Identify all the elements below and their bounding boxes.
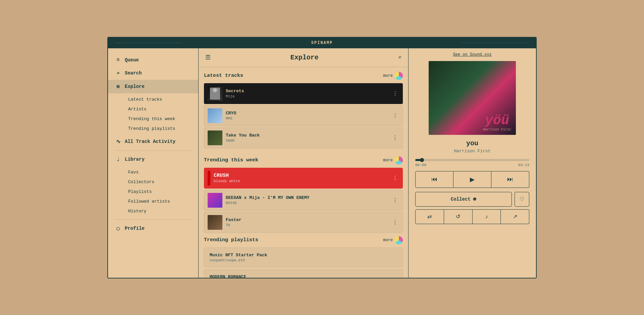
track-artist-crush: bloody white	[214, 179, 388, 183]
right-panel: See on Sound.xyz yöü Harrison First you …	[409, 48, 536, 278]
track-title-secrets: Secrets	[226, 89, 388, 94]
playlist-item-modern-romance[interactable]: MODERN ROMANCE bloodywhite.eth	[204, 269, 403, 278]
playlist-add-button[interactable]: ♪	[473, 209, 501, 224]
track-info-cryo: CRYO RMS	[226, 111, 388, 120]
progress-current: 00:00	[415, 163, 426, 167]
sidebar-item-library[interactable]: ♩ Library	[108, 153, 198, 166]
progress-handle[interactable]	[420, 158, 424, 162]
sidebar-item-activity[interactable]: ∿ All Track Activity	[108, 135, 198, 148]
repeat-icon: ↺	[456, 213, 460, 220]
track-item-secrets[interactable]: Secrets Mija ⋮	[204, 83, 403, 104]
share-button[interactable]: ↗	[501, 209, 529, 224]
sidebar-subitem-trending-week[interactable]: Trending this week	[125, 114, 198, 124]
queue-icon: ≡	[115, 57, 121, 63]
rewind-button[interactable]: ⏮	[415, 171, 453, 188]
share-icon: ↗	[513, 213, 517, 220]
sidebar-subitem-followed-artists[interactable]: Followed artists	[125, 197, 198, 206]
track-artist-takeyouback: X&ND	[226, 139, 388, 143]
sidebar-explore-label: Explore	[125, 84, 145, 89]
sidebar-subitem-trending-playlists[interactable]: Trending playlists	[125, 124, 198, 134]
trending-week-header: Trending this week more	[204, 156, 403, 164]
sidebar-queue-label: Queue	[125, 57, 139, 63]
track-menu-takeyouback[interactable]: ⋮	[391, 133, 399, 143]
trending-playlists-more-btn[interactable]: more	[383, 236, 403, 244]
trending-week-more-btn[interactable]: more	[383, 156, 403, 164]
sidebar-item-search[interactable]: ⌕ Search	[108, 66, 198, 80]
library-icon: ♩	[115, 156, 121, 163]
latest-tracks-header: Latest tracks more	[204, 72, 403, 80]
track-thumb-cryo	[208, 108, 222, 123]
now-playing-title: you	[409, 140, 536, 147]
trending-week-more-label: more	[383, 158, 393, 163]
sidebar-subitem-playlists[interactable]: Playlists	[125, 187, 198, 197]
album-art-text: yöü	[485, 113, 509, 128]
sidebar-subitem-collectors[interactable]: Collectors	[125, 177, 198, 187]
shuffle-button[interactable]: ⇄	[415, 209, 444, 224]
play-icon: ▶	[470, 176, 475, 183]
track-item-cryo[interactable]: CRYO RMS ⋮	[204, 105, 403, 126]
track-info-secrets: Secrets Mija	[226, 89, 388, 98]
playlist-title-starter-pack: Music NFT Starter Pack	[210, 253, 397, 258]
forward-icon: ⏭	[507, 176, 513, 183]
playlist-owner-starter-pack: coopahtroopa.eth	[210, 258, 397, 262]
track-info-crush: CRUSH bloody white	[214, 173, 388, 183]
track-thumb-faster	[208, 215, 222, 230]
track-thumb-takeyouback	[208, 130, 222, 145]
sidebar-activity-label: All Track Activity	[125, 139, 175, 144]
sidebar-subitem-artists[interactable]: Artists	[125, 104, 198, 114]
header-search-icon[interactable]: ⌕	[398, 54, 401, 61]
track-title-takeyouback: Take You Back	[226, 133, 388, 138]
track-item-crush[interactable]: CRUSH bloody white ⋮	[204, 168, 403, 189]
search-icon: ⌕	[115, 70, 121, 76]
latest-tracks-title: Latest tracks	[204, 73, 243, 78]
track-item-takeyouback[interactable]: Take You Back X&ND ⋮	[204, 127, 403, 148]
explore-submenu: Latest tracks Artists Trending this week…	[108, 93, 198, 135]
track-menu-crush[interactable]: ⋮	[391, 173, 399, 183]
repeat-button[interactable]: ↺	[444, 209, 473, 224]
trending-week-section: Trending this week more CRUSH bloody whi…	[199, 152, 408, 236]
now-playing-artist: Harrison First	[409, 149, 536, 154]
collect-label: Collect	[451, 197, 471, 202]
sidebar-item-profile[interactable]: ◯ Profile	[108, 222, 198, 235]
trending-playlists-header: Trending playlists more	[204, 236, 403, 244]
player-controls: ⏮ ▶ ⏭	[409, 171, 536, 188]
rewind-icon: ⏮	[431, 176, 437, 183]
progress-bar[interactable]	[415, 159, 529, 161]
sidebar-subitem-latest-tracks[interactable]: Latest tracks	[125, 95, 198, 104]
sidebar-subitem-history[interactable]: History	[125, 206, 198, 216]
track-menu-faster[interactable]: ⋮	[391, 218, 399, 227]
latest-tracks-more-btn[interactable]: more	[383, 72, 403, 80]
latest-tracks-more-label: more	[383, 73, 393, 78]
sidebar-subitem-favs[interactable]: Favs	[125, 167, 198, 177]
app-container: SPINAMP ≡ Queue ⌕ Search ⊕ Explore Lates…	[107, 37, 537, 278]
track-info-deegan: DEEGAN x Mija - I'M MY OWN ENEMY NOISE	[226, 195, 388, 205]
collect-button[interactable]: Collect ☻	[415, 192, 512, 207]
center-panel: ☰ Explore ⌕ Latest tracks more	[199, 48, 409, 278]
sidebar-item-explore[interactable]: ⊕ Explore	[108, 80, 198, 93]
trending-playlists-title: Trending playlists	[204, 237, 258, 243]
sound-xyz-link[interactable]: See on Sound.xyz	[409, 48, 536, 61]
activity-icon: ∿	[115, 138, 121, 145]
play-button[interactable]: ▶	[453, 171, 491, 188]
track-menu-cryo[interactable]: ⋮	[391, 111, 399, 120]
forward-button[interactable]: ⏭	[491, 171, 529, 188]
track-item-deegan[interactable]: DEEGAN x Mija - I'M MY OWN ENEMY NOISE ⋮	[204, 190, 403, 211]
sidebar-item-queue[interactable]: ≡ Queue	[108, 54, 198, 66]
secrets-art	[210, 88, 220, 100]
progress-total: 03:13	[518, 163, 529, 167]
track-menu-secrets[interactable]: ⋮	[391, 89, 399, 98]
hamburger-icon[interactable]: ☰	[205, 54, 211, 61]
track-info-takeyouback: Take You Back X&ND	[226, 133, 388, 143]
globe-icon: ⊕	[115, 83, 121, 90]
favorite-button[interactable]: ♡	[515, 192, 529, 207]
latest-tracks-icon	[395, 72, 403, 80]
collect-smiley-icon: ☻	[473, 196, 477, 202]
playlist-icon: ♪	[485, 214, 488, 220]
sidebar-search-label: Search	[125, 70, 142, 76]
track-title-deegan: DEEGAN x Mija - I'M MY OWN ENEMY	[226, 195, 388, 200]
track-thumb-crush	[208, 171, 210, 186]
playlist-item-starter-pack[interactable]: Music NFT Starter Pack coopahtroopa.eth	[204, 248, 403, 267]
track-item-faster[interactable]: Faster TK ⋮	[204, 212, 403, 233]
track-title-cryo: CRYO	[226, 111, 388, 116]
track-menu-deegan[interactable]: ⋮	[391, 196, 399, 205]
